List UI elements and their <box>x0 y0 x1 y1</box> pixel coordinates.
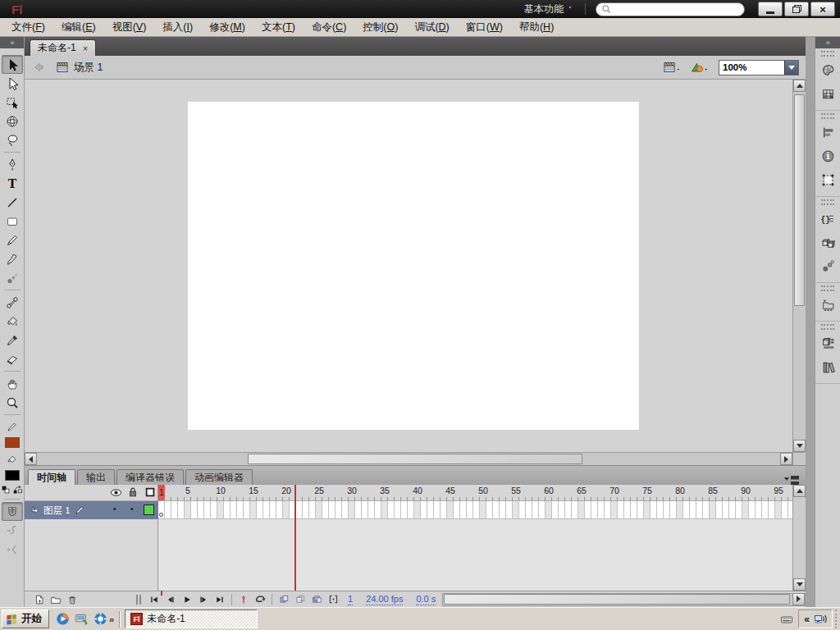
playhead-line[interactable] <box>294 485 296 591</box>
panel-button-swatches[interactable] <box>817 83 838 104</box>
panel-button-library[interactable] <box>817 332 838 354</box>
workspace-switcher-button[interactable]: 基本功能 <box>524 2 575 16</box>
timeline-tab-编译器错误[interactable]: 编译器错误 <box>116 469 184 485</box>
dock-gripper[interactable] <box>821 324 834 330</box>
dock-gripper[interactable] <box>821 113 834 119</box>
panel-button-align[interactable] <box>817 121 838 143</box>
eyedropper-tool[interactable] <box>2 331 23 349</box>
dock-gripper[interactable] <box>821 51 834 57</box>
panel-button-color-palette[interactable] <box>817 59 838 80</box>
bone-tool[interactable] <box>2 293 23 312</box>
pen-tool[interactable] <box>2 155 23 174</box>
quick-launch-media-player[interactable] <box>56 612 70 626</box>
scroll-right-button[interactable] <box>792 593 805 605</box>
center-frame-button[interactable] <box>235 595 252 605</box>
panel-button-help-books[interactable] <box>817 356 838 377</box>
goto-last-frame-button[interactable] <box>212 595 228 605</box>
free-transform-tool[interactable] <box>2 93 23 112</box>
restore-button[interactable] <box>784 2 809 16</box>
menu-w[interactable]: 窗口(W) <box>458 18 511 37</box>
dock-gripper[interactable] <box>821 199 834 205</box>
default-colors-button[interactable] <box>2 486 11 495</box>
edit-multiple-frames-button[interactable] <box>308 594 325 605</box>
brush-tool[interactable] <box>2 249 23 268</box>
3d-rotation-tool[interactable] <box>2 112 23 130</box>
menu-h[interactable]: 帮助(H) <box>511 18 562 37</box>
frame-ruler[interactable]: 1 5101520253035404550556065707580859095 <box>158 485 792 501</box>
zoom-dropdown-button[interactable] <box>784 61 798 75</box>
layer-name[interactable]: 图层 1 <box>43 504 71 517</box>
onion-skin-outlines-button[interactable] <box>292 594 308 605</box>
timeline-horizontal-scrollbar[interactable] <box>442 593 806 606</box>
input-method-icon[interactable] <box>780 613 793 626</box>
scroll-up-button[interactable] <box>793 485 806 497</box>
swap-colors-button[interactable] <box>13 485 23 495</box>
modify-markers-button[interactable] <box>325 594 341 605</box>
dock-gripper[interactable] <box>821 285 834 291</box>
zoom-tool[interactable] <box>2 393 23 412</box>
selection-tool[interactable] <box>2 55 23 74</box>
zoom-value[interactable]: 100% <box>719 61 784 75</box>
scroll-up-button[interactable] <box>793 80 806 92</box>
panel-menu-button[interactable] <box>784 476 799 482</box>
text-tool[interactable]: T <box>2 174 23 193</box>
close-button[interactable]: × <box>810 2 835 16</box>
taskbar-task-button[interactable]: Fl 未命名-1 <box>125 609 258 628</box>
panel-button-components[interactable] <box>817 231 838 253</box>
elapsed-time-value[interactable]: 0.0 s <box>416 594 436 605</box>
play-button[interactable] <box>179 595 195 605</box>
panel-button-transform[interactable] <box>817 169 838 190</box>
scroll-down-button[interactable] <box>793 440 806 452</box>
layer-lock-dot[interactable]: • <box>130 504 134 514</box>
straighten-button[interactable] <box>2 540 23 559</box>
frame-rate-value[interactable]: 24.00 fps <box>366 594 403 605</box>
quick-launch-overflow[interactable]: » <box>109 614 114 624</box>
menu-d[interactable]: 调试(D) <box>406 18 457 37</box>
eraser-tool[interactable] <box>2 349 23 368</box>
paint-bucket-tool[interactable] <box>2 312 23 331</box>
smooth-button[interactable] <box>2 521 23 540</box>
timeline-scroll-thumb[interactable] <box>444 594 790 605</box>
dock-collapse-button[interactable]: « <box>815 37 840 48</box>
goto-first-frame-button[interactable] <box>146 595 162 605</box>
delete-layer-button[interactable] <box>64 594 80 605</box>
tools-panel-collapse-button[interactable]: « <box>0 37 24 48</box>
pencil-tool[interactable] <box>2 231 23 249</box>
onion-skin-button[interactable] <box>276 594 292 605</box>
step-back-button[interactable] <box>162 595 179 605</box>
tray-collapse-button[interactable]: « <box>804 614 810 625</box>
timeline-tab-输出[interactable]: 输出 <box>77 469 115 485</box>
menu-t[interactable]: 文本(T) <box>253 18 304 37</box>
new-layer-button[interactable] <box>31 594 48 605</box>
canvas-vertical-scrollbar[interactable] <box>792 80 806 452</box>
start-button[interactable]: 开始 <box>2 609 49 628</box>
eye-icon[interactable] <box>110 486 122 499</box>
subselection-tool[interactable] <box>2 74 23 93</box>
quick-launch-messenger[interactable] <box>94 612 107 626</box>
panel-button-project[interactable] <box>817 294 838 315</box>
canvas-horizontal-scrollbar[interactable] <box>25 452 792 465</box>
step-forward-button[interactable] <box>195 595 212 605</box>
layer-frames-row[interactable] <box>158 501 792 519</box>
panel-button-code-snippets[interactable]: {} <box>817 208 838 229</box>
scroll-left-button[interactable] <box>25 453 37 465</box>
lasso-tool[interactable] <box>2 130 23 149</box>
fill-color-tool[interactable] <box>2 450 23 469</box>
menu-m[interactable]: 修改(M) <box>201 18 253 37</box>
edit-scene-button[interactable] <box>663 61 682 74</box>
loop-playback-button[interactable] <box>252 594 268 605</box>
zoom-combobox[interactable]: 100% <box>719 60 799 75</box>
menu-i[interactable]: 插入(I) <box>154 18 201 37</box>
menu-f[interactable]: 文件(F) <box>3 18 53 37</box>
rectangle-tool[interactable] <box>2 212 23 231</box>
tab-close-icon[interactable]: × <box>83 43 88 53</box>
search-box[interactable] <box>596 2 745 16</box>
vertical-scroll-thumb[interactable] <box>794 94 805 306</box>
deco-tool[interactable] <box>2 268 23 287</box>
menu-v[interactable]: 视图(V) <box>104 18 155 37</box>
scroll-down-button[interactable] <box>793 578 806 591</box>
current-frame-value[interactable]: 1 <box>348 594 353 605</box>
timeline-vertical-scrollbar[interactable] <box>792 485 806 591</box>
search-input[interactable] <box>615 4 739 14</box>
new-folder-button[interactable] <box>48 594 64 605</box>
